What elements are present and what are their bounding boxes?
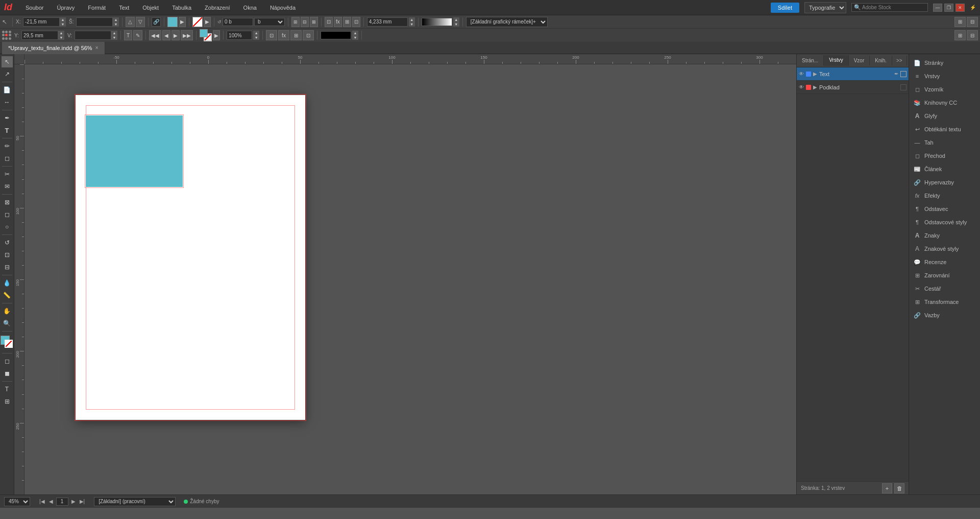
zoom-down-btn[interactable]: ▼ — [253, 35, 259, 40]
close-button[interactable]: ✕ — [955, 4, 965, 12]
x-up-btn[interactable]: ▲ — [60, 17, 66, 22]
align-center-btn[interactable]: ⊟ — [301, 17, 309, 27]
rect-frame-tool[interactable]: ⊠ — [2, 197, 13, 208]
size-down-btn[interactable]: ▼ — [409, 22, 415, 27]
layer-text-expand-icon[interactable]: ▶ — [813, 71, 817, 77]
panel-btn-1[interactable]: ⊞ — [954, 17, 966, 27]
menu-soubor[interactable]: Soubor — [21, 4, 47, 12]
h-input-group[interactable]: ▲ ▼ — [75, 31, 117, 40]
menu-upravy[interactable]: Úpravy — [53, 4, 79, 12]
x-down-btn[interactable]: ▼ — [60, 22, 66, 27]
tool-stroke-swatch[interactable] — [5, 340, 13, 348]
panel-characters[interactable]: A Znaky — [909, 229, 980, 242]
stroke-color-swatch[interactable] — [192, 17, 203, 27]
panel-btn-2[interactable]: ⊟ — [967, 17, 978, 27]
shear-tool[interactable]: ⊟ — [2, 262, 13, 273]
frame-mode-btn[interactable]: T — [2, 384, 13, 395]
panel-links[interactable]: 🔗 Vazby — [909, 309, 980, 322]
stroke-arrow-btn[interactable]: ▶ — [204, 17, 211, 27]
blue-rectangle[interactable] — [86, 115, 183, 187]
fill-color-swatch[interactable] — [167, 17, 178, 27]
x-spinner[interactable]: ▲ ▼ — [60, 17, 66, 27]
panel-paragraph[interactable]: ¶ Odstavec — [909, 202, 980, 216]
canvas-area[interactable]: -50050100150200250300 50100150200250300 — [14, 54, 796, 494]
output-down-btn[interactable]: ▼ — [453, 22, 459, 27]
page-last-btn[interactable]: ▶| — [79, 499, 86, 504]
prev-btn[interactable]: ◀ — [162, 30, 170, 40]
next-frame-btn[interactable]: ▶▶ — [181, 30, 193, 40]
active-tab[interactable]: *Upravy_textu_finale.indd @ 56% × — [2, 42, 105, 54]
color-arrow-btn-2[interactable]: ▶ — [213, 30, 220, 40]
layout-select[interactable]: [Základní] (pracovní) — [94, 497, 176, 506]
panel-pages[interactable]: 📄 Stránky — [909, 56, 980, 69]
size-input[interactable]: 4,233 mm — [367, 17, 408, 27]
w-input[interactable] — [76, 17, 113, 27]
eyedropper-tool[interactable]: 💧 — [2, 277, 13, 289]
panel-layers[interactable]: ≡ Vrstvy — [909, 69, 980, 83]
add-layer-btn[interactable]: + — [882, 483, 892, 493]
align-right-btn[interactable]: ⊠ — [310, 17, 318, 27]
zoom-tool[interactable]: 🔍 — [2, 318, 13, 329]
panel-transform[interactable]: ⊞ Transformace — [909, 295, 980, 309]
wrap-btn[interactable]: ⊡ — [266, 30, 277, 40]
x-input-group[interactable]: -21,5 mm ▲ ▼ — [23, 17, 66, 27]
minimize-button[interactable]: — — [933, 4, 942, 12]
selection-tool[interactable]: ↖ — [2, 56, 13, 67]
ellipse-tool[interactable]: ○ — [2, 221, 13, 232]
panel-align[interactable]: ⊞ Zarovnání — [909, 269, 980, 282]
menu-okna[interactable]: Okna — [239, 4, 261, 12]
layer-podklad[interactable]: 👁 ▶ Podklad — [797, 81, 909, 94]
h-input[interactable] — [75, 31, 111, 40]
panel-swatches[interactable]: ◻ Vzorník — [909, 83, 980, 96]
h-up-btn[interactable]: ▲ — [111, 31, 117, 35]
panel-gradient[interactable]: ◻ Přechod — [909, 149, 980, 162]
gap-tool[interactable]: ↔ — [2, 97, 13, 108]
tab-close-btn[interactable]: × — [95, 45, 99, 51]
scale-tool[interactable]: ⊡ — [2, 249, 13, 261]
layer-podklad-visibility[interactable]: 👁 — [799, 84, 804, 90]
triangle-tool-2[interactable]: ▽ — [136, 17, 145, 27]
next-btn[interactable]: ▶ — [172, 30, 180, 40]
panel-glyphs[interactable]: A Glyfy — [909, 109, 980, 123]
y-spinner[interactable]: ▲ ▼ — [58, 31, 64, 40]
w-down-btn[interactable]: ▼ — [113, 22, 119, 27]
layer-podklad-expand-icon[interactable]: ▶ — [813, 84, 817, 90]
right-btn-1[interactable]: ⊞ — [954, 30, 966, 40]
pencil-tool[interactable]: ✏ — [2, 140, 13, 152]
panel-text-wrap[interactable]: ↩ Obtékání textu — [909, 123, 980, 136]
layer-text-lock-icon[interactable] — [900, 71, 906, 77]
link-toggle[interactable]: 🔗 — [152, 17, 161, 27]
panel-article[interactable]: 📰 Článek — [909, 162, 980, 176]
y-down-btn[interactable]: ▼ — [58, 35, 64, 40]
y-input[interactable]: 29,5 mm — [21, 31, 58, 40]
panel-cc-libraries[interactable]: 📚 Knihovny CC — [909, 96, 980, 109]
output-up-btn[interactable]: ▲ — [453, 17, 459, 22]
page-prev-btn[interactable]: ◀ — [48, 499, 54, 504]
panel-review[interactable]: 💬 Recenze — [909, 255, 980, 269]
panel-para-styles[interactable]: ¶ Odstavcové styly — [909, 216, 980, 229]
scissors-tool[interactable]: ✂ — [2, 169, 13, 180]
page-number-input[interactable] — [56, 498, 68, 506]
color-arrow-btn[interactable]: ▶ — [179, 17, 186, 27]
adobe-stock-search[interactable]: 🔍 Adobe Stock — [851, 3, 928, 12]
tab-books[interactable]: Knih. — [870, 56, 892, 65]
output-spinner[interactable]: ▲ ▼ — [453, 17, 459, 27]
x-input[interactable]: -21,5 mm — [23, 17, 60, 27]
panel-hyperlinks[interactable]: 🔗 Hypervazby — [909, 176, 980, 189]
layer-text-visibility[interactable]: 👁 — [799, 71, 804, 77]
pen-btn[interactable]: T — [124, 30, 132, 40]
h-down-btn[interactable]: ▼ — [111, 35, 117, 40]
transform-btn-4[interactable]: ⊡ — [352, 17, 360, 27]
tab-pages[interactable]: Strán... — [797, 56, 824, 65]
menu-format[interactable]: Formát — [84, 4, 110, 12]
h-spinner[interactable]: ▲ ▼ — [111, 31, 117, 40]
eraser-tool[interactable]: ◻ — [2, 153, 13, 164]
align-btn-2[interactable]: ⊞ — [290, 30, 302, 40]
menu-objekt[interactable]: Objekt — [138, 4, 163, 12]
stroke-down-btn[interactable]: ▼ — [352, 35, 358, 40]
pen-tool[interactable]: ✒ — [2, 112, 13, 124]
page-next-btn[interactable]: ▶ — [70, 499, 77, 504]
transform-origin[interactable] — [2, 31, 11, 40]
page-tool[interactable]: 📄 — [2, 84, 13, 96]
w-input-group[interactable]: ▲ ▼ — [76, 17, 119, 27]
